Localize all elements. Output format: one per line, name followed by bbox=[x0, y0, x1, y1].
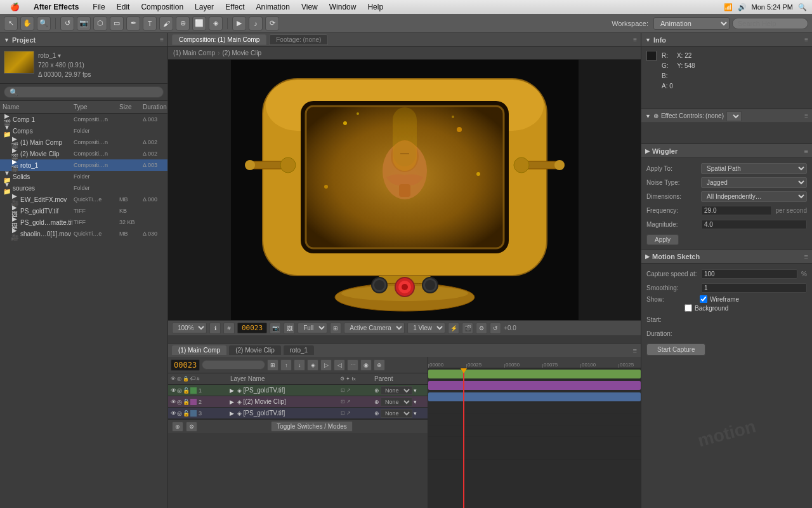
menu-file[interactable]: File bbox=[88, 1, 110, 13]
audio-btn[interactable]: ♪ bbox=[249, 17, 263, 30]
pen-tool-btn[interactable]: ✒ bbox=[126, 17, 140, 30]
layer-eye-1[interactable]: 👁 bbox=[171, 399, 176, 405]
project-item-5[interactable]: ▼ 📁 Solids Folder bbox=[0, 171, 167, 182]
comp-snapshot-btn[interactable]: 📷 bbox=[270, 323, 281, 334]
play-btn[interactable]: ▶ bbox=[232, 17, 246, 30]
project-panel-close[interactable]: ≡ bbox=[160, 36, 164, 43]
project-item-9[interactable]: ▶ 🖼 PS_gold…matte.tif TIFF 32 KB bbox=[0, 217, 167, 228]
apple-menu[interactable]: 🍎 bbox=[5, 1, 25, 13]
menu-view[interactable]: View bbox=[296, 1, 323, 13]
wiggler-noise-type-dropdown[interactable]: Jagged bbox=[701, 177, 807, 188]
rotate-tool-btn[interactable]: ↺ bbox=[60, 17, 74, 30]
comp-render-btn[interactable]: 🎬 bbox=[462, 323, 473, 334]
motion-sketch-bg-checkbox[interactable] bbox=[684, 304, 692, 312]
timeline-search-input[interactable] bbox=[202, 360, 265, 370]
layer-parent-dropdown-0[interactable]: None bbox=[381, 386, 412, 395]
tl-btn-5[interactable]: ▷ bbox=[320, 359, 332, 371]
timeline-time-display[interactable]: 00023 bbox=[171, 359, 200, 371]
project-search-input[interactable] bbox=[4, 86, 164, 98]
quality-dropdown[interactable]: Full bbox=[298, 323, 327, 333]
layer-solo-2[interactable]: ◎ bbox=[177, 410, 182, 417]
motion-sketch-close[interactable]: ≡ bbox=[804, 253, 808, 260]
project-item-8[interactable]: ▶ 🖼 PS_goldTV.tif TIFF KB bbox=[0, 205, 167, 217]
text-tool-btn[interactable]: T bbox=[143, 17, 157, 30]
timeline-layer-0[interactable]: 👁 ◎ 🔓 1 ▶ ◈ [PS_goldTV.tif] ⊡ ↗ ⊕ None ▾ bbox=[168, 385, 428, 396]
project-item-6[interactable]: ▼ 📁 sources Folder bbox=[0, 182, 167, 194]
timeline-tab-movie-clip[interactable]: (2) Movie Clip bbox=[229, 345, 281, 355]
wiggler-frequency-input[interactable] bbox=[701, 206, 772, 215]
layer-solo-1[interactable]: ◎ bbox=[177, 399, 182, 405]
breadcrumb-main-comp[interactable]: (1) Main Comp bbox=[173, 50, 215, 57]
comp-panel-close[interactable]: ≡ bbox=[633, 36, 637, 43]
menu-edit[interactable]: Edit bbox=[112, 1, 135, 13]
project-item-7[interactable]: ▶ 🎥 EW_EditFX.mov QuickTi…e MB Δ 000 bbox=[0, 194, 167, 205]
view-dropdown[interactable]: 1 View bbox=[407, 323, 445, 333]
select-tool-btn[interactable]: ↖ bbox=[4, 17, 18, 30]
app-name-menu[interactable]: After Effects bbox=[29, 1, 84, 13]
effect-controls-dropdown[interactable] bbox=[726, 111, 742, 121]
track-bar-3[interactable] bbox=[428, 392, 641, 401]
layer-solo-0[interactable]: ◎ bbox=[177, 387, 182, 394]
zoom-tool-btn[interactable]: 🔍 bbox=[37, 17, 51, 30]
info-panel-close[interactable]: ≡ bbox=[804, 36, 808, 43]
menu-effect[interactable]: Effect bbox=[220, 1, 249, 13]
loop-btn[interactable]: ⟳ bbox=[265, 17, 279, 30]
tl-btn-6[interactable]: ◁ bbox=[334, 359, 345, 371]
wiggler-dimensions-dropdown[interactable]: All Independently… bbox=[701, 191, 807, 202]
tl-btn-3[interactable]: ↓ bbox=[294, 359, 305, 371]
layer-parent-dropdown-1[interactable]: None bbox=[381, 398, 412, 406]
clone-tool-btn[interactable]: ⊕ bbox=[176, 17, 190, 30]
layer-lock-2[interactable]: 🔓 bbox=[183, 410, 190, 417]
motion-sketch-wireframe-checkbox[interactable] bbox=[700, 295, 707, 303]
behind-tool-btn[interactable]: ⬡ bbox=[93, 17, 107, 30]
hand-tool-btn[interactable]: ✋ bbox=[20, 17, 34, 30]
comp-info-btn[interactable]: ℹ bbox=[209, 323, 221, 334]
project-item-4[interactable]: ▶ 🎬 roto_1 Compositi…n Δ 003 bbox=[0, 159, 167, 171]
tl-btn-1[interactable]: ⊞ bbox=[267, 359, 278, 371]
menu-window[interactable]: Window bbox=[324, 1, 362, 13]
comp-show-snapshot-btn[interactable]: 🖼 bbox=[284, 323, 295, 334]
project-item-2[interactable]: ▶ 🎬 (1) Main Comp Compositi…n Δ 002 bbox=[0, 137, 167, 148]
comp-time-display[interactable]: 00023 bbox=[237, 323, 267, 333]
tl-footer-btn-settings[interactable]: ⚙ bbox=[186, 422, 197, 432]
fast-preview-btn[interactable]: ⚡ bbox=[448, 323, 459, 334]
wiggler-panel-header[interactable]: ▶ Wiggler ≡ bbox=[641, 144, 812, 158]
layer-lock-1[interactable]: 🔓 bbox=[183, 399, 190, 405]
menu-help[interactable]: Help bbox=[362, 1, 388, 13]
wiggler-magnitude-input[interactable] bbox=[701, 220, 807, 229]
project-item-1[interactable]: ▼ 📁 Comps Folder bbox=[0, 125, 167, 137]
timeline-panel-close[interactable]: ≡ bbox=[633, 347, 637, 354]
motion-sketch-smoothing-input[interactable] bbox=[701, 283, 807, 293]
layer-parent-dropdown-2[interactable]: None bbox=[381, 409, 412, 418]
tl-btn-9[interactable]: ⊕ bbox=[374, 359, 385, 371]
tl-btn-7[interactable]: ⋯ bbox=[347, 359, 358, 371]
wiggler-apply-btn[interactable]: Apply bbox=[646, 234, 679, 245]
timeline-playhead[interactable] bbox=[463, 368, 464, 508]
comp-toggle-btn[interactable]: ⊞ bbox=[330, 323, 341, 334]
eraser-tool-btn[interactable]: ⬜ bbox=[192, 17, 206, 30]
timeline-tab-main-comp[interactable]: (1) Main Comp bbox=[172, 345, 226, 355]
tl-btn-8[interactable]: ◉ bbox=[360, 359, 372, 371]
wiggler-apply-to-dropdown[interactable]: Spatial Path bbox=[701, 163, 807, 174]
camera-tool-btn[interactable]: 📷 bbox=[77, 17, 91, 30]
menu-animation[interactable]: Animation bbox=[251, 1, 295, 13]
timeline-tab-roto[interactable]: roto_1 bbox=[284, 345, 314, 355]
workspace-dropdown[interactable]: Animation bbox=[653, 17, 730, 30]
motion-sketch-start-btn[interactable]: Start Capture bbox=[646, 344, 705, 356]
effect-controls-close[interactable]: ≡ bbox=[804, 112, 808, 119]
wiggler-close[interactable]: ≡ bbox=[804, 147, 808, 155]
motion-sketch-capture-speed-input[interactable] bbox=[701, 269, 797, 279]
comp-flow-btn[interactable]: ⚙ bbox=[476, 323, 487, 334]
layer-eye-0[interactable]: 👁 bbox=[171, 387, 176, 394]
tl-btn-2[interactable]: ↑ bbox=[280, 359, 292, 371]
comp-tab-main[interactable]: Composition: (1) Main Comp bbox=[172, 34, 266, 45]
search-help-input[interactable] bbox=[732, 18, 808, 29]
comp-tab-footage[interactable]: Footage: (none) bbox=[269, 34, 328, 45]
comp-grid-btn[interactable]: # bbox=[223, 323, 235, 334]
tl-btn-4[interactable]: ◈ bbox=[307, 359, 318, 371]
roto-tool-btn[interactable]: ◈ bbox=[209, 17, 223, 30]
camera-dropdown[interactable]: Active Camera bbox=[344, 323, 405, 333]
layer-lock-0[interactable]: 🔓 bbox=[183, 387, 190, 394]
menu-layer[interactable]: Layer bbox=[190, 1, 219, 13]
brush-tool-btn[interactable]: 🖌 bbox=[159, 17, 173, 30]
